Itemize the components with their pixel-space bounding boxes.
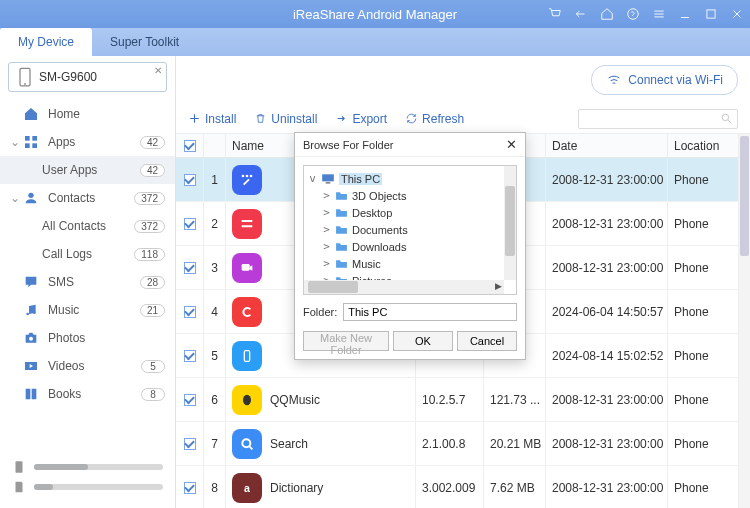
- tree-node[interactable]: >3D Objects: [308, 187, 512, 204]
- main-tabs: My Device Super Toolkit: [0, 28, 750, 56]
- label: Photos: [48, 331, 85, 345]
- home-icon[interactable]: [594, 0, 620, 28]
- app-icon: [232, 341, 262, 371]
- row-checkbox[interactable]: [184, 174, 196, 186]
- badge: 42: [140, 136, 165, 149]
- svg-rect-23: [322, 174, 334, 181]
- sidebar-item-apps[interactable]: ⌄Apps42: [0, 128, 175, 156]
- sidebar-item-home[interactable]: Home: [0, 100, 175, 128]
- select-all-checkbox[interactable]: [184, 140, 196, 152]
- dialog-close-icon[interactable]: ✕: [506, 137, 517, 152]
- app-icon: a: [232, 473, 262, 503]
- sidebar-item-photos[interactable]: Photos: [0, 324, 175, 352]
- close-icon[interactable]: [724, 0, 750, 28]
- app-icon: [232, 297, 262, 327]
- tree-node[interactable]: >Downloads: [308, 238, 512, 255]
- app-size: 20.21 MB: [484, 422, 546, 465]
- row-checkbox[interactable]: [184, 482, 196, 494]
- menu-icon[interactable]: [646, 0, 672, 28]
- row-checkbox[interactable]: [184, 350, 196, 362]
- tab-my-device[interactable]: My Device: [0, 28, 92, 56]
- label: Home: [48, 107, 80, 121]
- svg-rect-24: [326, 181, 331, 183]
- sidebar-item-contacts[interactable]: ⌄Contacts372: [0, 184, 175, 212]
- sidebar: SM-G9600 ✕ Home⌄Apps42User Apps42⌄Contac…: [0, 56, 176, 508]
- app-date: 2008-12-31 23:00:00: [546, 466, 668, 508]
- sidebar-item-videos[interactable]: Videos5: [0, 352, 175, 380]
- device-close-icon[interactable]: ✕: [154, 65, 162, 76]
- help-icon[interactable]: [620, 0, 646, 28]
- tree-vertical-scrollbar[interactable]: [504, 166, 516, 280]
- svg-rect-13: [16, 461, 23, 473]
- search-input[interactable]: [578, 109, 738, 129]
- minimize-icon[interactable]: [672, 0, 698, 28]
- connect-wifi-button[interactable]: Connect via Wi-Fi: [591, 65, 738, 95]
- row-checkbox[interactable]: [184, 438, 196, 450]
- app-icon: [232, 209, 262, 239]
- folder-input-row: Folder:: [295, 299, 525, 327]
- app-date: 2024-06-04 14:50:57: [546, 290, 668, 333]
- svg-point-20: [243, 394, 251, 405]
- app-version: 2.1.00.8: [416, 422, 484, 465]
- ok-button[interactable]: OK: [393, 331, 453, 351]
- svg-rect-6: [25, 143, 30, 148]
- label: Books: [48, 387, 81, 401]
- svg-rect-5: [32, 136, 37, 141]
- sidebar-item-call-logs[interactable]: Call Logs118: [0, 240, 175, 268]
- sidebar-item-books[interactable]: Books8: [0, 380, 175, 408]
- row-checkbox[interactable]: [184, 394, 196, 406]
- videos-icon: [22, 357, 40, 375]
- make-new-folder-button[interactable]: Make New Folder: [303, 331, 389, 351]
- col-date[interactable]: Date: [546, 134, 668, 157]
- device-chip[interactable]: SM-G9600 ✕: [8, 62, 167, 92]
- svg-point-11: [29, 337, 33, 341]
- svg-point-14: [722, 114, 729, 121]
- tree-node-root[interactable]: vThis PC: [308, 170, 512, 187]
- export-button[interactable]: Export: [335, 112, 387, 126]
- table-row[interactable]: 8aDictionary3.002.0097.62 MB2008-12-31 2…: [176, 466, 750, 508]
- back-icon[interactable]: [568, 0, 594, 28]
- uninstall-button[interactable]: Uninstall: [254, 112, 317, 126]
- trash-icon: [254, 112, 267, 125]
- badge: 5: [141, 360, 165, 373]
- tree-node[interactable]: >Desktop: [308, 204, 512, 221]
- tree-node[interactable]: >Documents: [308, 221, 512, 238]
- tree-node[interactable]: >Music: [308, 255, 512, 272]
- cart-icon[interactable]: [542, 0, 568, 28]
- tree-horizontal-scrollbar[interactable]: ▶: [304, 280, 504, 294]
- row-checkbox[interactable]: [184, 262, 196, 274]
- folder-input[interactable]: [343, 303, 517, 321]
- cancel-button[interactable]: Cancel: [457, 331, 517, 351]
- sidebar-item-user-apps[interactable]: User Apps42: [0, 156, 175, 184]
- table-row[interactable]: 6QQMusic10.2.5.7121.73 ...2008-12-31 23:…: [176, 378, 750, 422]
- home-icon: [22, 105, 40, 123]
- app-date: 2008-12-31 23:00:00: [546, 422, 668, 465]
- maximize-icon[interactable]: [698, 0, 724, 28]
- svg-point-10: [33, 311, 36, 314]
- svg-point-15: [242, 174, 245, 177]
- refresh-button[interactable]: Refresh: [405, 112, 464, 126]
- install-button[interactable]: Install: [188, 112, 236, 126]
- tab-super-toolkit[interactable]: Super Toolkit: [92, 28, 197, 56]
- row-index: 7: [204, 422, 226, 465]
- svg-point-21: [242, 439, 250, 447]
- folder-tree: vThis PC>3D Objects>Desktop>Documents>Do…: [303, 165, 517, 295]
- pc-icon: [321, 173, 335, 185]
- dialog-title: Browse For Folder: [303, 139, 393, 151]
- table-row[interactable]: 7Search2.1.00.820.21 MB2008-12-31 23:00:…: [176, 422, 750, 466]
- sidebar-item-music[interactable]: Music21: [0, 296, 175, 324]
- label: Contacts: [48, 191, 95, 205]
- folder-icon: [335, 190, 348, 201]
- row-checkbox[interactable]: [184, 218, 196, 230]
- folder-icon: [335, 207, 348, 218]
- app-icon: [232, 385, 262, 415]
- sidebar-item-sms[interactable]: SMS28: [0, 268, 175, 296]
- export-icon: [335, 112, 348, 125]
- vertical-scrollbar[interactable]: [738, 134, 750, 508]
- sidebar-item-all-contacts[interactable]: All Contacts372: [0, 212, 175, 240]
- app-name: Dictionary: [270, 481, 323, 495]
- row-checkbox[interactable]: [184, 306, 196, 318]
- row-index: 2: [204, 202, 226, 245]
- app-name: QQMusic: [270, 393, 320, 407]
- storage-section: [0, 446, 175, 508]
